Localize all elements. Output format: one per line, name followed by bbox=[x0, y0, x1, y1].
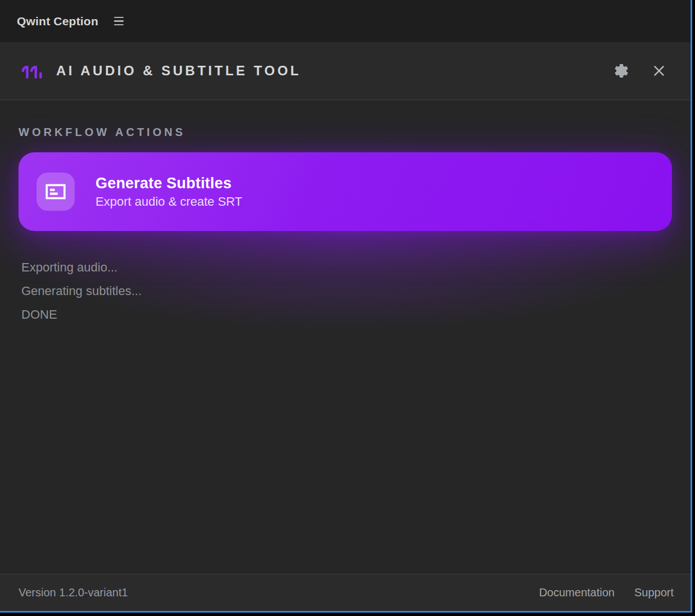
section-title-workflow-actions: WORKFLOW ACTIONS bbox=[19, 126, 672, 139]
main-content: WORKFLOW ACTIONS Generate Subtitles Expo… bbox=[0, 100, 691, 574]
generate-button-text: Generate Subtitles Export audio & create… bbox=[96, 175, 242, 209]
generate-button-title: Generate Subtitles bbox=[96, 175, 242, 192]
close-icon bbox=[651, 63, 667, 79]
footer-links: Documentation Support bbox=[539, 586, 674, 599]
gear-icon bbox=[613, 62, 630, 79]
subtitle-card-icon bbox=[45, 183, 66, 201]
generate-button-subtitle: Export audio & create SRT bbox=[96, 194, 242, 209]
status-log-line: Generating subtitles... bbox=[21, 279, 672, 303]
status-log-line: DONE bbox=[21, 303, 672, 327]
tool-header: AI AUDIO & SUBTITLE TOOL bbox=[0, 42, 691, 100]
version-label: Version 1.2.0-variant1 bbox=[19, 586, 128, 599]
panel-tab-bar: Qwint Ception bbox=[0, 0, 691, 42]
footer-bar: Version 1.2.0-variant1 Documentation Sup… bbox=[0, 574, 691, 611]
generate-subtitles-button[interactable]: Generate Subtitles Export audio & create… bbox=[19, 152, 672, 231]
documentation-link[interactable]: Documentation bbox=[539, 586, 615, 599]
status-log-line: Exporting audio... bbox=[21, 256, 672, 279]
audio-waveform-icon bbox=[20, 61, 44, 81]
hamburger-menu-icon[interactable] bbox=[112, 15, 126, 28]
app-window: Qwint Ception AI AUDIO & SUBTITLE TOOL bbox=[0, 0, 695, 616]
plugin-panel: Qwint Ception AI AUDIO & SUBTITLE TOOL bbox=[0, 0, 692, 613]
panel-tab-title[interactable]: Qwint Ception bbox=[17, 15, 98, 28]
status-log: Exporting audio... Generating subtitles.… bbox=[21, 256, 672, 327]
close-button[interactable] bbox=[648, 60, 670, 82]
settings-button[interactable] bbox=[610, 59, 633, 83]
support-link[interactable]: Support bbox=[634, 586, 674, 599]
subtitle-card-icon-box bbox=[37, 173, 75, 211]
page-title: AI AUDIO & SUBTITLE TOOL bbox=[56, 63, 301, 79]
